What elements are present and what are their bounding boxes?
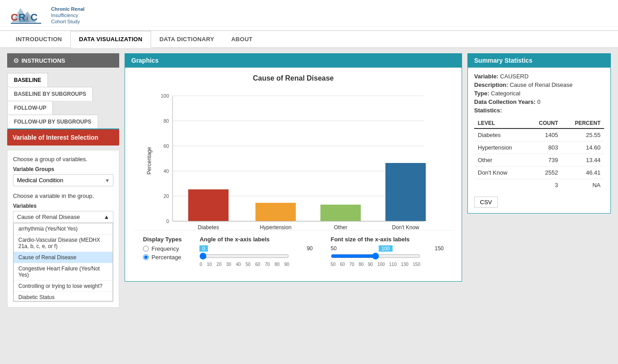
table-row-diabetes: Diabetes 1405 25.55 <box>474 128 604 141</box>
stats-table-body: Diabetes 1405 25.55 Hypertension 803 14.… <box>474 128 604 191</box>
tab-about[interactable]: ABOUT <box>223 31 261 47</box>
svg-text:Hypertension: Hypertension <box>259 224 291 230</box>
stats-type-value: Categorical <box>491 90 520 97</box>
variable-groups-select[interactable]: Medical Condition <box>13 174 113 186</box>
row-diabetes-percent: 25.55 <box>562 128 604 141</box>
angle-slider-max: 90 <box>307 245 312 252</box>
nav-tabs: INTRODUCTION DATA VISUALIZATION DATA DIC… <box>0 31 618 48</box>
angle-slider-label: Angle of the x-axis labels <box>199 236 312 243</box>
var-item-controlling[interactable]: Controlling or trying to lose weight? <box>14 281 112 292</box>
stats-years-label: Data Collection Years: <box>474 98 536 105</box>
sidebar-content: Choose a group of variables. Variable Gr… <box>7 150 119 308</box>
radio-percentage[interactable]: Percentage <box>143 254 182 261</box>
radio-frequency-input[interactable] <box>143 246 149 252</box>
svg-text:80: 80 <box>163 118 169 124</box>
col-count: COUNT <box>528 118 562 128</box>
var-item-cause-renal[interactable]: Cause of Renal Disease <box>14 252 112 263</box>
row-other-level: Other <box>474 154 528 167</box>
tab-data-dictionary[interactable]: DATA DICTIONARY <box>151 31 223 47</box>
bar-dontknow <box>385 163 426 221</box>
variables-dropdown-open: Cause of Renal Disease ▲ arrhythmia (Yes… <box>13 211 113 302</box>
stats-content: Variable: CAUSERD Description: Cause of … <box>468 68 610 213</box>
stats-variable-label: Variable: <box>474 73 498 80</box>
controls-area: Display Types Frequency Percentage <box>134 230 453 272</box>
row-diabetes-count: 1405 <box>528 128 562 141</box>
row-hypertension-count: 803 <box>528 141 562 154</box>
radio-frequency[interactable]: Frequency <box>143 245 182 252</box>
svg-text:20: 20 <box>163 193 169 199</box>
fontsize-slider-label: Font size of the x-axis labels <box>331 236 444 243</box>
variable-panel-title: Variable of Interest Selection <box>13 134 114 141</box>
graphics-header: Graphics <box>125 53 462 68</box>
fontsize-slider-values: 50 100 150 <box>331 245 444 252</box>
instructions-icon: ⊙ <box>13 57 19 64</box>
col-percent: PERCENT <box>562 118 604 128</box>
angle-slider-group: Angle of the x-axis labels 0 90 01020304… <box>199 236 312 267</box>
selected-variable-text: Cause of Renal Disease <box>17 214 80 220</box>
stats-table-head: LEVEL COUNT PERCENT <box>474 118 604 128</box>
display-types-group: Display Types Frequency Percentage <box>143 236 182 261</box>
svg-text:60: 60 <box>163 143 169 149</box>
svg-text:Diabetes: Diabetes <box>198 224 219 230</box>
choose-variable-label: Choose a variable in the group. <box>13 193 113 199</box>
svg-text:i: i <box>26 15 28 22</box>
graphics-panel: Graphics Cause of Renal Disease Percenta… <box>125 53 462 282</box>
bar-chart-svg: Percentage 100 80 60 40 20 <box>146 87 441 230</box>
fontsize-slider-min-label: 50 <box>331 245 337 252</box>
var-item-congestive[interactable]: Congestive Heart Failure (Yes/Not Yes) <box>14 263 112 281</box>
row-other-count: 739 <box>528 154 562 167</box>
stats-header: Summary Statistics <box>468 53 610 68</box>
fontsize-slider-input[interactable] <box>331 253 420 260</box>
table-row-dontknow: Don't Know 2552 46.41 <box>474 167 604 179</box>
stats-type-row: Type: Categorical <box>474 90 604 97</box>
choose-group-label: Choose a group of variables. <box>13 156 113 163</box>
radio-frequency-label: Frequency <box>151 245 179 252</box>
stats-variable-row: Variable: CAUSERD <box>474 73 604 80</box>
svg-text:R: R <box>18 12 26 23</box>
stats-panel: Summary Statistics Variable: CAUSERD Des… <box>467 53 611 214</box>
bar-hypertension <box>255 203 296 221</box>
svg-text:0: 0 <box>166 218 169 224</box>
variables-dropdown-selected[interactable]: Cause of Renal Disease ▲ <box>13 211 113 223</box>
fontsize-slider-current: 100 <box>379 245 392 252</box>
tab-data-visualization[interactable]: DATA VISUALIZATION <box>70 31 151 48</box>
subtab-baseline[interactable]: BASELINE <box>7 73 48 88</box>
row-dontknow-percent: 46.41 <box>562 167 604 179</box>
radio-percentage-input[interactable] <box>143 254 149 260</box>
display-radio-group: Frequency Percentage <box>143 245 182 261</box>
row-dontknow-level: Don't Know <box>474 167 528 179</box>
chart-area: Cause of Renal Disease Percentage <box>125 68 462 281</box>
logo-text: Chronic Renal Insufficiency Cohort Study <box>51 6 85 25</box>
subtab-followup-subgroups[interactable]: FOLLOW-UP BY SUBGROUPS <box>7 115 98 128</box>
logo-line2: Insufficiency <box>51 12 85 18</box>
radio-percentage-label: Percentage <box>151 254 182 261</box>
center-panel: Graphics Cause of Renal Disease Percenta… <box>125 53 462 308</box>
main-container: ⊙ INSTRUCTIONS BASELINE BASELINE BY SUBG… <box>0 48 618 313</box>
fontsize-slider-max-label: 150 <box>435 245 444 252</box>
stats-description-label: Description: <box>474 81 508 88</box>
graphics-title: Graphics <box>131 57 159 64</box>
svg-text:C: C <box>30 12 38 23</box>
row-other-percent: 13.44 <box>562 154 604 167</box>
row-na-count: 3 <box>528 179 562 192</box>
choose-variable-section: Choose a variable in the group. Variable… <box>13 193 113 209</box>
right-panel: Summary Statistics Variable: CAUSERD Des… <box>467 53 611 308</box>
tab-introduction[interactable]: INTRODUCTION <box>7 31 70 47</box>
row-hypertension-percent: 14.60 <box>562 141 604 154</box>
var-item-arrhythmia[interactable]: arrhythmia (Yes/Not Yes) <box>14 223 112 235</box>
subtab-followup[interactable]: FOLLOW-UP <box>7 101 53 115</box>
stats-title: Summary Statistics <box>474 57 532 64</box>
variables-dropdown-arrow-icon: ▲ <box>104 214 109 220</box>
stats-table-header-row: LEVEL COUNT PERCENT <box>474 118 604 128</box>
variable-list-container[interactable]: arrhythmia (Yes/Not Yes) Cardio-Vascular… <box>13 223 113 301</box>
svg-text:C: C <box>11 12 18 23</box>
angle-slider-input[interactable] <box>199 253 289 260</box>
subtab-baseline-subgroups[interactable]: BASELINE BY SUBGROUPS <box>7 87 93 101</box>
table-row-hypertension: Hypertension 803 14.60 <box>474 141 604 154</box>
instructions-button[interactable]: ⊙ INSTRUCTIONS <box>7 53 119 68</box>
logo-area: C R i C Chronic Renal Insufficiency Coho… <box>7 4 85 27</box>
var-item-cardio[interactable]: Cardio-Vascular Disease (MEDHX 21a, b, c… <box>14 235 112 252</box>
stats-statistics-row: Statistics: <box>474 107 604 114</box>
var-item-diabetic[interactable]: Diabetic Status <box>14 292 112 301</box>
csv-button[interactable]: CSV <box>474 197 498 208</box>
